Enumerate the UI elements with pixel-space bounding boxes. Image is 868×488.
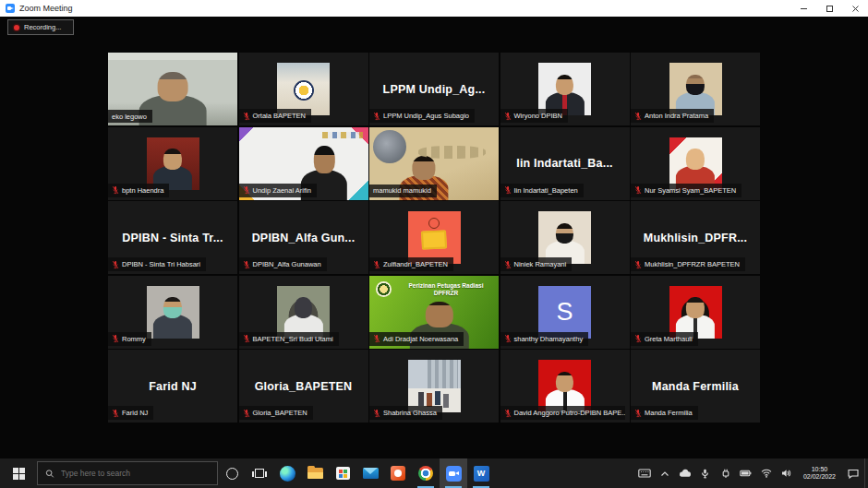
participant-tile[interactable]: Perizinan Petugas RadiasiDPFRZRAdi Dradj… bbox=[369, 276, 499, 349]
volume-icon[interactable] bbox=[779, 458, 794, 488]
participant-tile[interactable]: Niniek Ramayani bbox=[500, 201, 630, 274]
start-button[interactable] bbox=[0, 458, 37, 488]
participant-tile[interactable]: Ortala BAPETEN bbox=[239, 53, 368, 125]
muted-mic-icon bbox=[243, 334, 250, 343]
microphone-icon[interactable] bbox=[698, 458, 713, 488]
participant-tile[interactable]: David Anggoro Putro-DPIBN BAPE... bbox=[500, 350, 630, 423]
search-input[interactable] bbox=[61, 469, 210, 478]
taskbar-search[interactable] bbox=[37, 461, 218, 485]
taskbar-clock[interactable]: 10:50 02/02/2022 bbox=[797, 466, 842, 482]
clock-date: 02/02/2022 bbox=[803, 473, 836, 482]
participant-display-name: Manda Fermilia bbox=[652, 380, 739, 393]
muted-mic-icon bbox=[373, 260, 380, 269]
participant-tile[interactable]: Shabrina Ghassa bbox=[369, 350, 499, 423]
participant-tile[interactable]: Rommy bbox=[108, 276, 237, 349]
file-explorer-taskbar-button[interactable] bbox=[301, 458, 329, 488]
muted-mic-icon bbox=[243, 112, 250, 121]
participant-tile[interactable]: BAPETEN_Sri Budi Utami bbox=[239, 276, 368, 349]
participant-name-label: DPIBN - Sinta Tri Habsari bbox=[108, 257, 206, 271]
participant-tile[interactable]: Wiryono DPIBN bbox=[500, 53, 630, 125]
participant-name-label: LPPM Undip_Agus Subagio bbox=[369, 109, 475, 123]
microsoft-store-icon bbox=[336, 467, 350, 480]
pinned-apps bbox=[273, 458, 495, 488]
recording-dot-icon bbox=[14, 25, 19, 30]
battery-icon[interactable] bbox=[739, 458, 753, 488]
profile-avatar bbox=[669, 137, 722, 190]
muted-mic-icon bbox=[373, 112, 380, 121]
participant-tile[interactable]: Sshanthy Dhamayanthy bbox=[500, 276, 630, 349]
participant-tile[interactable]: Greta Marthauli bbox=[631, 276, 760, 349]
participant-tile[interactable]: Iin Indartati_Ba...Iin Indartati_Bapeten bbox=[500, 127, 630, 200]
muted-mic-icon bbox=[634, 334, 642, 343]
close-button[interactable] bbox=[842, 0, 868, 17]
participant-name-label: Wiryono DPIBN bbox=[500, 109, 569, 123]
participant-tile[interactable]: LPPM Undip_Ag...LPPM Undip_Agus Subagio bbox=[369, 53, 499, 125]
profile-avatar bbox=[277, 286, 330, 339]
muted-mic-icon bbox=[634, 112, 642, 121]
participant-display-name: DPIBN_Alfa Gun... bbox=[252, 232, 356, 244]
participant-display-name: DPIBN - Sinta Tr... bbox=[122, 232, 223, 244]
participant-name-label: Farid NJ bbox=[108, 406, 153, 420]
participant-name-label: Undip Zaenal Arifin bbox=[239, 184, 317, 197]
profile-avatar bbox=[538, 63, 591, 115]
word-icon bbox=[474, 466, 489, 482]
muted-mic-icon bbox=[243, 185, 250, 195]
participant-tile[interactable]: Nur Syamsi Syam_BAPETEN bbox=[631, 127, 760, 200]
action-center-button[interactable] bbox=[842, 458, 864, 488]
hidden-icons-chevron-icon[interactable] bbox=[657, 458, 672, 488]
office-taskbar-button[interactable] bbox=[384, 458, 412, 488]
office-icon bbox=[391, 466, 405, 481]
profile-avatar bbox=[277, 63, 330, 115]
meeting-canvas: Recording... eko legowoOrtala BAPETENLPP… bbox=[0, 17, 868, 458]
zoom-taskbar-button[interactable] bbox=[440, 458, 467, 488]
word-taskbar-button[interactable] bbox=[467, 458, 495, 488]
participant-tile[interactable]: Anton Indra Pratama bbox=[631, 53, 760, 125]
mail-icon bbox=[363, 468, 379, 479]
participant-tile[interactable]: Mukhlisin_DPFR...Mukhlisin_DPFRZR BAPETE… bbox=[631, 201, 760, 274]
participant-tile[interactable]: DPIBN - Sinta Tr...DPIBN - Sinta Tri Hab… bbox=[108, 201, 237, 274]
participant-tile[interactable]: Zulfiandri_BAPETEN bbox=[369, 201, 499, 274]
cortana-button[interactable] bbox=[218, 458, 246, 488]
virtual-background-text: Perizinan Petugas RadiasiDPFRZR bbox=[397, 282, 495, 297]
show-desktop-button[interactable] bbox=[864, 458, 868, 488]
muted-mic-icon bbox=[504, 185, 512, 195]
power-plug-icon[interactable] bbox=[718, 458, 733, 488]
participant-name-label: Zulfiandri_BAPETEN bbox=[369, 257, 453, 271]
participant-tile[interactable]: Gloria_BAPETENGloria_BAPETEN bbox=[239, 350, 368, 423]
participant-tile[interactable]: eko legowo bbox=[108, 53, 237, 125]
participant-tile[interactable]: mamukid mamukid bbox=[369, 127, 499, 200]
task-view-button[interactable] bbox=[246, 458, 273, 488]
system-tray: 10:50 02/02/2022 bbox=[634, 458, 868, 488]
muted-mic-icon bbox=[112, 409, 119, 418]
minimize-button[interactable] bbox=[790, 0, 816, 17]
participant-tile[interactable]: DPIBN_Alfa Gun...DPIBN_Alfa Gunawan bbox=[239, 201, 368, 274]
microsoft-edge-taskbar-button[interactable] bbox=[273, 458, 301, 488]
muted-mic-icon bbox=[504, 409, 512, 418]
profile-avatar bbox=[669, 286, 722, 339]
profile-avatar bbox=[147, 286, 199, 339]
chrome-taskbar-button[interactable] bbox=[412, 458, 440, 488]
wifi-icon[interactable] bbox=[759, 458, 774, 488]
zoom-app-icon bbox=[6, 4, 15, 13]
participant-name-label: eko legowo bbox=[108, 110, 152, 123]
mail-taskbar-button[interactable] bbox=[356, 458, 384, 488]
profile-avatar bbox=[669, 63, 722, 115]
participant-tile[interactable]: bptn Haendra bbox=[108, 127, 237, 200]
muted-mic-icon bbox=[112, 260, 119, 269]
profile-avatar bbox=[538, 360, 591, 412]
participant-tile[interactable]: Undip Zaenal Arifin bbox=[239, 127, 368, 200]
muted-mic-icon bbox=[634, 409, 642, 418]
profile-avatar bbox=[408, 211, 461, 264]
recording-label: Recording... bbox=[24, 23, 61, 31]
participant-tile[interactable]: Farid NJFarid NJ bbox=[108, 350, 237, 423]
onedrive-cloud-icon[interactable] bbox=[678, 458, 693, 488]
muted-mic-icon bbox=[243, 260, 250, 269]
participant-name-label: Shabrina Ghassa bbox=[369, 406, 442, 420]
participant-display-name: LPPM Undip_Ag... bbox=[383, 83, 486, 96]
maximize-button[interactable] bbox=[816, 0, 842, 17]
microsoft-store-taskbar-button[interactable] bbox=[329, 458, 356, 488]
participant-name-label: Gloria_BAPETEN bbox=[239, 406, 313, 420]
participant-tile[interactable]: Manda FermiliaManda Fermilia bbox=[631, 350, 760, 423]
touch-keyboard-icon[interactable] bbox=[637, 458, 652, 488]
participant-display-name: Iin Indartati_Ba... bbox=[516, 157, 613, 170]
